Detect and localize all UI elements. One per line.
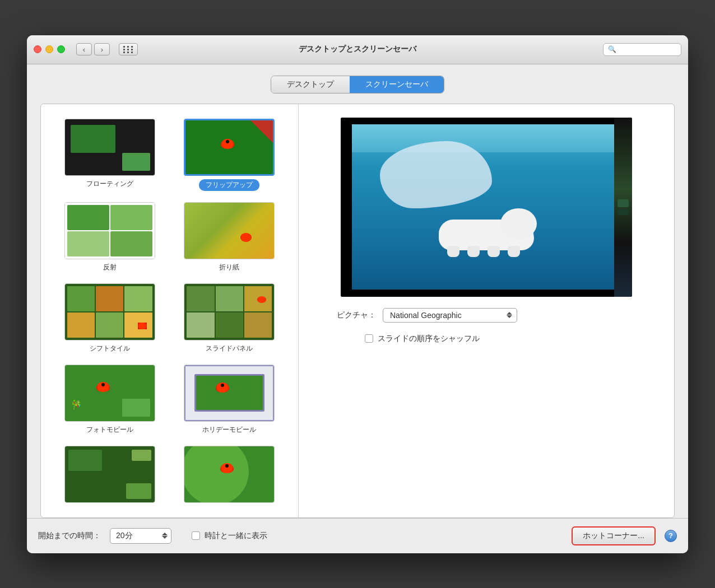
list-item-floating[interactable]: フローティング <box>50 113 170 197</box>
hot-corner-button[interactable]: ホットコーナー... <box>572 526 656 545</box>
list-item-bottom1[interactable] <box>50 440 170 508</box>
grid-button[interactable] <box>119 43 138 55</box>
forward-button[interactable]: › <box>94 43 110 55</box>
thumb-bottom1 <box>64 446 155 503</box>
list-item-shifttile[interactable]: シフトタイル <box>50 278 170 359</box>
label-shifttile: シフトタイル <box>90 344 130 353</box>
list-item-holidaymobile[interactable]: ホリデーモビール <box>170 359 290 440</box>
label-photomobile: フォトモビール <box>86 425 133 435</box>
thumb-shifttile <box>64 283 155 340</box>
tab-group: デスクトップ スクリーンセーバ <box>271 76 444 94</box>
list-item-photomobile[interactable]: 🎋 フォトモビール <box>50 359 170 440</box>
minimize-button[interactable] <box>45 45 53 53</box>
label-origami: 折り紙 <box>219 263 239 272</box>
back-button[interactable]: ‹ <box>76 43 92 55</box>
tabs: デスクトップ スクリーンセーバ <box>40 76 675 94</box>
thumb-reflection <box>64 202 155 259</box>
tab-screensaver[interactable]: スクリーンセーバ <box>350 76 444 93</box>
main-window: ‹ › デスクトップとスクリーンセーバ 🔍 デスクトップ スクリーンセーバ <box>27 35 688 553</box>
picture-select[interactable]: National Geographic <box>383 308 517 323</box>
picture-select-value: National Geographic <box>390 311 503 320</box>
thumb-flipup <box>184 119 275 176</box>
shuffle-checkbox[interactable] <box>365 334 373 343</box>
list-item-bottom2[interactable] <box>170 440 290 508</box>
help-button[interactable]: ? <box>665 530 677 542</box>
list-item-reflection[interactable]: 反射 <box>50 197 170 278</box>
bottom-bar: 開始までの時間： 20分 時計と一緒に表示 ホットコーナー... ? <box>27 518 688 553</box>
thumb-origami <box>184 202 275 259</box>
search-input[interactable] <box>619 45 676 54</box>
titlebar: ‹ › デスクトップとスクリーンセーバ 🔍 <box>27 35 688 64</box>
maximize-button[interactable] <box>57 45 65 53</box>
screensaver-list: フローティング フリップアップ <box>41 104 299 517</box>
select-arrows-icon <box>507 312 512 318</box>
picture-row: ピクチャ： National Geographic <box>337 308 517 323</box>
time-value: 20分 <box>116 531 159 541</box>
label-reflection: 反射 <box>103 263 117 272</box>
clock-checkbox[interactable] <box>192 531 200 540</box>
thumb-bottom2 <box>184 446 275 503</box>
label-flipup: フリップアップ <box>199 179 259 191</box>
shuffle-row: スライドの順序をシャッフル <box>365 334 480 344</box>
list-item-slidepanel[interactable]: スライドパネル <box>170 278 290 359</box>
window-title: デスクトップとスクリーンセーバ <box>299 44 416 54</box>
time-select-arrows-icon <box>162 533 168 539</box>
search-icon: 🔍 <box>608 45 616 53</box>
thumb-floating <box>64 119 155 176</box>
preview-area: ピクチャ： National Geographic スライドの順序をシャッフル <box>299 104 674 517</box>
picture-label: ピクチャ： <box>337 310 376 320</box>
label-slidepanel: スライドパネル <box>206 344 253 353</box>
tab-desktop[interactable]: デスクトップ <box>271 76 350 93</box>
start-time-label: 開始までの時間： <box>38 531 101 541</box>
preview-frame <box>341 118 632 297</box>
search-box[interactable]: 🔍 <box>603 43 681 56</box>
nav-buttons: ‹ › <box>76 43 110 55</box>
close-button[interactable] <box>34 45 41 53</box>
content-area: デスクトップ スクリーンセーバ フローティング <box>27 64 688 518</box>
thumb-holidaymobile <box>184 365 275 422</box>
shuffle-label: スライドの順序をシャッフル <box>378 334 480 344</box>
list-item-flipup[interactable]: フリップアップ <box>170 113 290 197</box>
time-select[interactable]: 20分 <box>110 528 171 544</box>
clock-row: 時計と一緒に表示 <box>192 531 267 541</box>
list-item-origami[interactable]: 折り紙 <box>170 197 290 278</box>
thumb-photomobile: 🎋 <box>64 365 155 422</box>
traffic-lights <box>34 45 65 53</box>
main-panel: フローティング フリップアップ <box>40 104 675 518</box>
clock-label: 時計と一緒に表示 <box>205 531 267 541</box>
label-holidaymobile: ホリデーモビール <box>202 425 256 435</box>
grid-icon <box>123 46 134 53</box>
label-floating: フローティング <box>86 179 133 189</box>
thumb-slidepanel <box>184 283 275 340</box>
